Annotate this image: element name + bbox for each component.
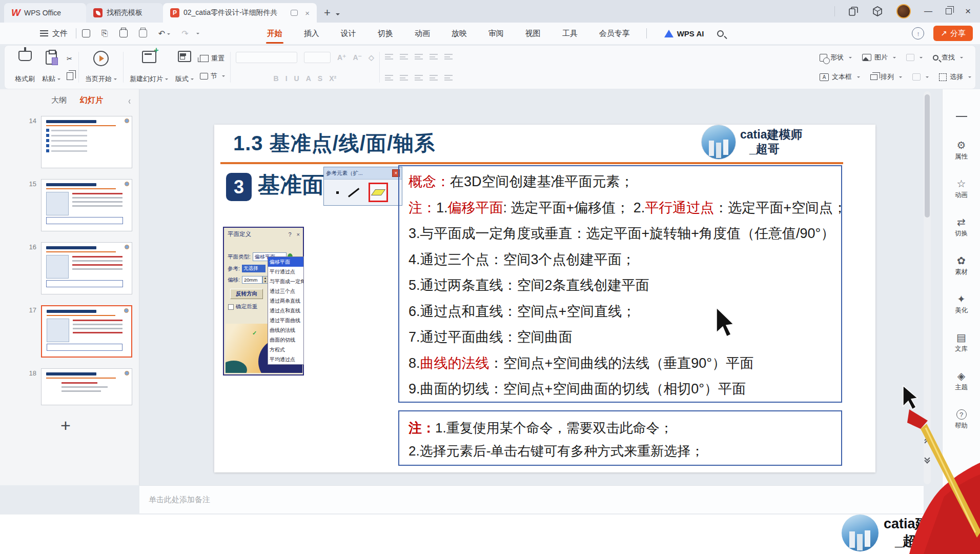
rail-item-文库[interactable]: ▤文库 <box>943 324 980 362</box>
reset-button[interactable]: 重置 <box>200 52 225 65</box>
rail-item-动画[interactable]: ☆动画 <box>943 170 980 208</box>
menu-item-开始[interactable]: 开始 <box>266 25 283 43</box>
dropdown-option[interactable]: 通过点和直线 <box>268 306 303 315</box>
arrange-button[interactable]: 排列 <box>870 72 902 82</box>
tab-label: 找稻壳模板 <box>107 8 142 17</box>
rail-item-美化[interactable]: ✦美化 <box>943 285 980 324</box>
print-icon[interactable] <box>119 29 128 37</box>
collapse-rail-icon[interactable] <box>956 116 967 117</box>
account-avatar[interactable] <box>896 4 911 18</box>
menu-item-动画[interactable]: 动画 <box>414 25 431 43</box>
vertical-scrollbar[interactable] <box>924 91 931 484</box>
dropdown-option[interactable]: 平行通过点 <box>268 267 303 276</box>
slide-thumbnail-16[interactable] <box>41 242 132 294</box>
tab-wps-home[interactable]: W WPS Office <box>4 3 86 23</box>
minimize-button[interactable]: — <box>924 7 932 16</box>
print-preview-icon[interactable] <box>139 29 147 37</box>
menu-item-会员专享[interactable]: 会员专享 <box>598 25 631 43</box>
format-painter-button[interactable]: 格式刷 <box>14 49 36 86</box>
slide-thumbnail-15[interactable] <box>41 179 132 231</box>
dropdown-option[interactable]: 通过三个点 <box>268 286 303 296</box>
dropdown-option[interactable]: 偏移平面 <box>268 257 303 267</box>
section-button[interactable]: 节 <box>200 69 225 83</box>
dropdown-option[interactable]: 与平面成一定角度或垂直 <box>268 276 303 286</box>
file-menu[interactable]: 文件 <box>52 29 68 38</box>
copy-button[interactable] <box>67 69 73 83</box>
cube-workspace-icon[interactable] <box>872 6 883 17</box>
speaker-notes-bar[interactable]: 单击此处添加备注 <box>139 485 924 514</box>
picture-button[interactable]: 图片 <box>862 53 896 62</box>
restore-button[interactable] <box>946 8 952 14</box>
menu-item-设计[interactable]: 设计 <box>340 25 357 43</box>
shape-button[interactable]: 形状 <box>820 53 852 62</box>
wps-ai-button[interactable]: WPS AI <box>664 29 704 38</box>
slide-author-block[interactable]: catia建模师_超哥 <box>701 125 802 160</box>
tab-slides[interactable]: 幻灯片 <box>80 95 103 105</box>
tab-active-document[interactable]: P 02_catia零件设计-详细附件共 × <box>163 3 317 23</box>
text-line: 注：1.重复使用某个命令，需要双击此命令； <box>409 417 841 440</box>
tab-chat-icon[interactable] <box>291 10 298 16</box>
menu-item-审阅[interactable]: 审阅 <box>487 25 505 43</box>
note-text-block[interactable]: 注：1.重复使用某个命令，需要双击此命令；2.选择元素后-单击右键可有多种方式来… <box>398 410 842 466</box>
save-icon[interactable] <box>82 29 90 37</box>
next-slide-button[interactable] <box>922 453 932 467</box>
menu-item-插入[interactable]: 插入 <box>303 25 320 43</box>
cloud-upload-icon[interactable]: ↑ <box>912 27 924 39</box>
menu-item-工具[interactable]: 工具 <box>561 25 579 43</box>
share-button[interactable]: ↗分享 <box>933 26 973 41</box>
dropdown-option[interactable]: 平均通过点 <box>268 354 303 364</box>
textbox-button[interactable]: A文本框 <box>820 72 860 82</box>
redo-icon[interactable]: ↷ <box>181 29 188 38</box>
menu-item-放映[interactable]: 放映 <box>451 25 468 43</box>
export-icon[interactable]: ⎘ <box>101 29 108 38</box>
layout-button[interactable]: 版式 <box>174 49 195 86</box>
new-slide-button[interactable]: 新建幻灯片 <box>129 49 169 86</box>
rail-item-属性[interactable]: ⚙属性 <box>943 131 980 170</box>
select-button[interactable]: 选择 <box>939 72 971 82</box>
collapse-panel-icon[interactable]: ‹ <box>128 94 131 106</box>
menu-item-视图[interactable]: 视图 <box>524 25 542 43</box>
theme-icon: ◈ <box>957 371 965 381</box>
dropdown-option[interactable]: 通过两条直线 <box>268 296 303 306</box>
hamburger-icon[interactable] <box>40 33 48 34</box>
rail-item-切换[interactable]: ⇄切换 <box>943 208 980 247</box>
dropdown-option[interactable]: 通过平面曲线 <box>268 315 303 325</box>
search-icon[interactable] <box>717 30 724 37</box>
rail-item-素材[interactable]: ✿素材 <box>943 247 980 285</box>
menu-item-切换[interactable]: 切换 <box>377 25 394 43</box>
previous-slide-button[interactable] <box>922 434 932 447</box>
close-button[interactable]: × <box>965 6 971 17</box>
slide-thumbnail-17[interactable] <box>41 305 132 358</box>
rail-items: ⚙属性☆动画⇄切换✿素材✦美化▤文库◈主题?帮助 <box>943 131 980 439</box>
more-commands-icon[interactable] <box>196 33 199 36</box>
dropdown-option[interactable]: 方程式 <box>268 345 303 354</box>
slide-thumbnail-18[interactable] <box>41 368 132 405</box>
play-from-current-button[interactable]: 当页开始 <box>84 49 118 86</box>
font-glyph: S <box>318 74 322 83</box>
tab-docer-templates[interactable]: 找稻壳模板 <box>86 3 163 23</box>
rail-item-帮助[interactable]: ?帮助 <box>943 401 980 439</box>
rail-item-主题[interactable]: ◈主题 <box>943 362 980 401</box>
content-text-block[interactable]: 概念：在3D空间创建基准平面元素；注：1.偏移平面: 选定平面+偏移值； 2.平… <box>398 165 842 403</box>
cut-button[interactable]: ✂ <box>67 52 73 65</box>
tab-outline[interactable]: 大纲 <box>51 95 67 105</box>
new-tab-button[interactable]: + <box>324 6 331 19</box>
dropdown-option[interactable]: 曲线的法线 <box>268 325 303 335</box>
tab-list-dropdown-icon[interactable] <box>336 13 340 17</box>
add-slide-button[interactable]: + <box>60 416 71 436</box>
slide-thumbnail-14[interactable] <box>41 116 132 168</box>
section-title[interactable]: 基准面 <box>258 170 324 200</box>
text-line: 7.通过平面曲线：空间曲面 <box>409 324 841 350</box>
scrollbar-thumb[interactable] <box>925 94 930 217</box>
dialog-title: 平面定义 <box>228 230 251 238</box>
slide-title[interactable]: 1.3 基准点/线/面/轴系 <box>233 129 435 157</box>
paste-button[interactable]: 粘贴 <box>41 49 62 86</box>
wps-logo: W <box>11 7 20 18</box>
multi-window-icon[interactable] <box>848 6 859 16</box>
find-button[interactable]: 查找 <box>933 53 963 62</box>
dropdown-option[interactable]: 曲面的切线 <box>268 335 303 345</box>
line-tool-icon <box>348 188 359 197</box>
tab-close-icon[interactable]: × <box>305 9 310 17</box>
star-icon: ☆ <box>957 179 966 189</box>
undo-icon[interactable]: ↶ <box>158 29 170 38</box>
